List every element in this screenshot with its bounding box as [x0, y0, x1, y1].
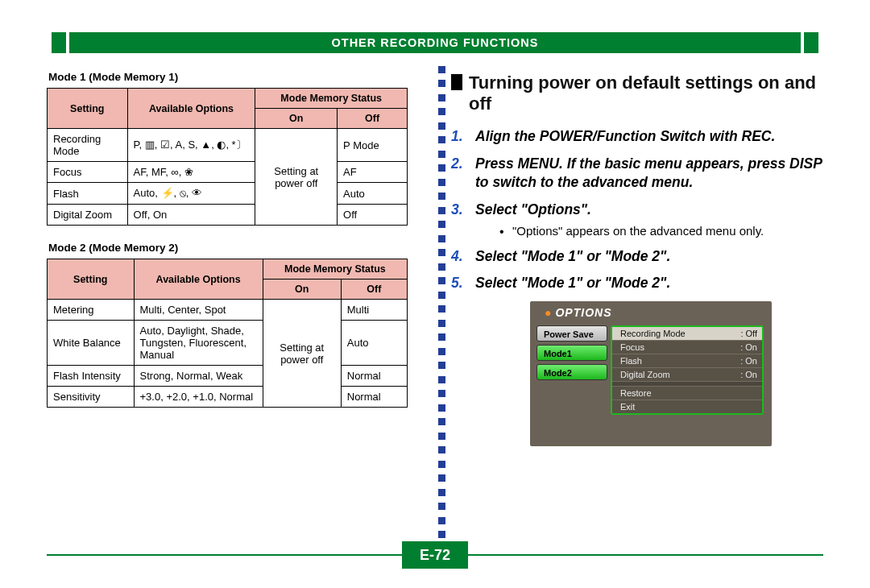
step-text: Press MENU. If the basic menu appears, p… — [475, 155, 822, 191]
page-number: E-72 — [402, 541, 468, 569]
footer-rule-right — [459, 554, 823, 556]
left-column: Mode 1 (Mode Memory 1) Setting Available… — [47, 71, 417, 528]
step-item: Select "Mode 1" or "Mode 2". — [451, 274, 823, 293]
th-setting: Setting — [48, 89, 128, 129]
th-options: Available Options — [127, 89, 255, 129]
th-status: Mode Memory Status — [255, 89, 408, 109]
table2-caption: Mode 2 (Mode Memory 2) — [48, 242, 417, 254]
step-item: Align the POWER/Function Switch with REC… — [451, 127, 823, 147]
header-bar: OTHER RECORDING FUNCTIONS — [52, 32, 818, 53]
th-options: Available Options — [134, 259, 263, 300]
table-mode1: Setting Available Options Mode Memory St… — [47, 88, 408, 226]
screenshot-title: ●OPTIONS — [545, 306, 611, 319]
section-title: Turning power on default settings on and… — [451, 72, 823, 114]
table-row: Digital Zoom Off, On Off — [48, 205, 408, 226]
tab-mode2: Mode2 — [536, 364, 607, 380]
table-row: Metering Multi, Center, Spot Setting at … — [48, 300, 408, 321]
th-off: Off — [341, 280, 407, 300]
tab-mode1: Mode1 — [536, 345, 607, 361]
tab-power-save: Power Save — [536, 325, 607, 342]
column-divider — [438, 66, 446, 538]
on-merged-cell: Setting at power off — [263, 300, 341, 408]
panel-row: Flash : On — [612, 354, 762, 368]
step-sublist: "Options" appears on the advanced menu o… — [499, 223, 823, 239]
screenshot-panel: Recording Mode : Off Focus : On Flash : … — [611, 325, 764, 415]
steps-list: Align the POWER/Function Switch with REC… — [451, 127, 823, 293]
table-row: Recording Mode P, ▥, ☑, A, S, ▲, ◐, *〕 S… — [48, 129, 408, 162]
th-off: Off — [338, 109, 408, 129]
panel-row: Digital Zoom : On — [612, 368, 762, 382]
table-row: Flash Auto, ⚡, ⦸, 👁 Auto — [48, 183, 408, 205]
panel-row-exit: Exit — [612, 400, 762, 413]
camera-screenshot: ●OPTIONS Power Save Mode1 Mode2 Recordin… — [530, 301, 772, 446]
table-row: Sensitivity +3.0, +2.0, +1.0, Normal Nor… — [48, 387, 408, 408]
step-subitem: "Options" appears on the advanced menu o… — [499, 223, 823, 239]
step-item: Press MENU. If the basic menu appears, p… — [451, 155, 823, 193]
header-accent-right — [804, 32, 818, 53]
table-mode2: Setting Available Options Mode Memory St… — [47, 259, 408, 408]
header-accent-left — [52, 32, 66, 53]
panel-row-restore: Restore — [612, 387, 762, 400]
step-text: Select "Mode 1" or "Mode 2". — [475, 248, 670, 264]
th-status: Mode Memory Status — [263, 259, 407, 280]
step-item: Select "Mode 1" or "Mode 2". — [451, 247, 823, 267]
header-title: OTHER RECORDING FUNCTIONS — [69, 32, 801, 53]
step-text: Align the POWER/Function Switch with REC… — [475, 128, 775, 144]
table1-caption: Mode 1 (Mode Memory 1) — [48, 71, 417, 83]
table-row: Flash Intensity Strong, Normal, Weak Nor… — [48, 366, 408, 387]
on-merged-cell: Setting at power off — [255, 129, 338, 226]
content-columns: Mode 1 (Mode Memory 1) Setting Available… — [47, 71, 823, 528]
manual-page: OTHER RECORDING FUNCTIONS Mode 1 (Mode M… — [0, 0, 870, 588]
footer-rule-left — [47, 554, 411, 556]
th-on: On — [263, 280, 341, 300]
screenshot-tabs: Power Save Mode1 Mode2 — [536, 325, 607, 383]
panel-row: Recording Mode : Off — [612, 327, 762, 341]
table-row: White Balance Auto, Daylight, Shade, Tun… — [48, 321, 408, 366]
right-column: Turning power on default settings on and… — [417, 71, 823, 528]
th-setting: Setting — [48, 259, 135, 300]
step-item: Select "Options". "Options" appears on t… — [451, 201, 823, 239]
step-text: Select "Options". — [475, 201, 591, 217]
th-on: On — [255, 109, 338, 129]
table-row: Focus AF, MF, ∞, ❀ AF — [48, 162, 408, 183]
step-text: Select "Mode 1" or "Mode 2". — [475, 275, 670, 291]
panel-row: Focus : On — [612, 341, 762, 354]
